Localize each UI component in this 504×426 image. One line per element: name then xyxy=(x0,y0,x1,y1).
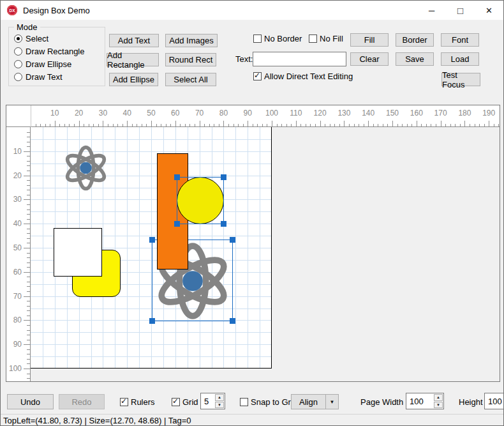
radio-draw-rectangle[interactable]: Draw Rectangle xyxy=(14,47,85,56)
add-rectangle-button[interactable]: Add Rectangle xyxy=(107,53,159,66)
border-button[interactable]: Border xyxy=(396,33,434,47)
ruler-tick xyxy=(272,121,272,126)
round-rect-button[interactable]: Round Rect xyxy=(165,53,216,66)
selection-handle[interactable] xyxy=(174,174,180,180)
ruler-tick xyxy=(431,124,431,126)
snap-to-grid-checkbox[interactable]: Snap to Grid xyxy=(240,397,297,407)
ruler-tick xyxy=(27,190,30,190)
select-all-button[interactable]: Select All xyxy=(165,73,216,86)
ruler-tick xyxy=(27,257,30,258)
selection-handle[interactable] xyxy=(149,237,155,243)
ruler-tick xyxy=(204,124,205,126)
ruler-tick xyxy=(27,253,30,254)
selection-handle[interactable] xyxy=(230,318,235,324)
text-field-label: Text: xyxy=(235,54,253,64)
h-ruler-label: 140 xyxy=(362,109,374,118)
ruler-tick xyxy=(50,124,50,126)
ruler-tick xyxy=(151,121,152,126)
grid-checkbox[interactable]: Grid xyxy=(172,397,198,407)
height-value: 100 xyxy=(485,393,504,409)
ruler-tick xyxy=(40,124,41,126)
ruler-tick xyxy=(93,124,94,126)
ruler-tick xyxy=(27,282,30,282)
grid-size-spinner[interactable]: 5 ▲ ▼ xyxy=(200,393,225,409)
ruler-tick xyxy=(383,124,383,126)
spin-up-icon: ▲ xyxy=(218,395,221,399)
app-icon: DX xyxy=(7,5,17,15)
ruler-tick xyxy=(27,262,30,263)
selection-handle[interactable] xyxy=(221,174,226,180)
ruler-tick xyxy=(175,121,176,126)
save-button[interactable]: Save xyxy=(396,52,434,66)
test-focus-button[interactable]: Test Focus xyxy=(441,73,480,86)
add-text-button[interactable]: Add Text xyxy=(109,34,159,47)
ruler-tick xyxy=(146,124,147,126)
ruler-tick xyxy=(359,124,359,126)
shape-atom-small[interactable] xyxy=(61,145,111,191)
minimize-button[interactable]: ─ xyxy=(417,1,446,20)
ruler-tick xyxy=(24,199,30,200)
undo-button[interactable]: Undo xyxy=(7,394,54,409)
selection-handle[interactable] xyxy=(149,318,155,324)
height-spinner[interactable]: 100 xyxy=(484,393,504,409)
spin-down-button[interactable]: ▼ xyxy=(434,402,443,409)
fill-button[interactable]: Fill xyxy=(350,33,389,47)
h-ruler-label: 190 xyxy=(482,109,495,118)
ruler-tick xyxy=(262,124,263,126)
radio-select[interactable]: Select xyxy=(14,34,48,43)
ruler-tick xyxy=(27,204,30,205)
shape-white-square[interactable] xyxy=(54,228,102,277)
ruler-tick xyxy=(185,124,186,126)
selection-handle[interactable] xyxy=(221,221,226,227)
ruler-tick xyxy=(24,296,30,297)
add-ellipse-button[interactable]: Add Ellipse xyxy=(109,73,158,86)
ruler-tick xyxy=(27,238,30,239)
no-border-checkbox[interactable]: No Border xyxy=(253,34,302,43)
h-ruler-label: 50 xyxy=(147,109,155,118)
close-button[interactable]: ✕ xyxy=(475,1,503,20)
spin-up-button[interactable]: ▲ xyxy=(215,394,224,401)
redo-button[interactable]: Redo xyxy=(59,394,105,409)
ruler-tick xyxy=(397,124,398,126)
page-width-spinner[interactable]: 100 ▲ ▼ xyxy=(406,393,444,409)
ruler-tick xyxy=(426,124,427,126)
ruler-tick xyxy=(200,121,200,126)
spin-up-button[interactable]: ▲ xyxy=(434,394,443,401)
radio-draw-ellipse[interactable]: Draw Ellipse xyxy=(14,59,71,69)
ruler-corner-divider xyxy=(31,105,31,127)
h-ruler-label: 60 xyxy=(171,109,179,118)
text-input[interactable] xyxy=(253,52,346,66)
add-images-button[interactable]: Add Images xyxy=(165,34,218,47)
v-ruler: 102030405060708090100 xyxy=(6,127,31,381)
radio-draw-text[interactable]: Draw Text xyxy=(14,72,63,82)
radio-icon xyxy=(14,34,22,43)
align-dropdown-button[interactable]: Align ▼ xyxy=(291,394,339,409)
spin-down-button[interactable]: ▼ xyxy=(215,402,224,409)
no-fill-checkbox[interactable]: No Fill xyxy=(309,34,343,43)
selection-handle[interactable] xyxy=(230,237,235,243)
selection-handle[interactable] xyxy=(174,221,180,227)
ruler-tick xyxy=(27,233,30,234)
rulers-checkbox[interactable]: Rulers xyxy=(120,397,155,407)
canvas-area[interactable]: 1020304050607080901001101201301401501601… xyxy=(6,105,500,382)
allow-direct-text-editing-checkbox[interactable]: Allow Direct Text Editing xyxy=(253,72,353,81)
ruler-tick xyxy=(27,146,30,147)
maximize-button[interactable]: □ xyxy=(446,1,475,20)
ruler-tick xyxy=(27,301,30,301)
ruler-tick xyxy=(455,124,456,126)
ruler-tick xyxy=(142,124,142,126)
ruler-tick xyxy=(84,124,84,126)
ruler-tick xyxy=(69,124,70,126)
h-ruler-label: 70 xyxy=(195,109,204,118)
clear-button[interactable]: Clear xyxy=(350,52,389,66)
ruler-tick xyxy=(27,180,30,181)
shapes-layer xyxy=(31,127,272,369)
ruler-tick xyxy=(24,224,30,224)
status-bar: TopLeft=(41.80, 8.73) | Size=(12.70, 48.… xyxy=(1,414,503,426)
ruler-tick xyxy=(122,124,123,126)
radio-label: Draw Ellipse xyxy=(26,59,71,69)
h-ruler-label: 170 xyxy=(434,109,447,118)
ruler-tick xyxy=(267,124,267,126)
font-button[interactable]: Font xyxy=(441,33,479,47)
load-button[interactable]: Load xyxy=(441,52,479,66)
